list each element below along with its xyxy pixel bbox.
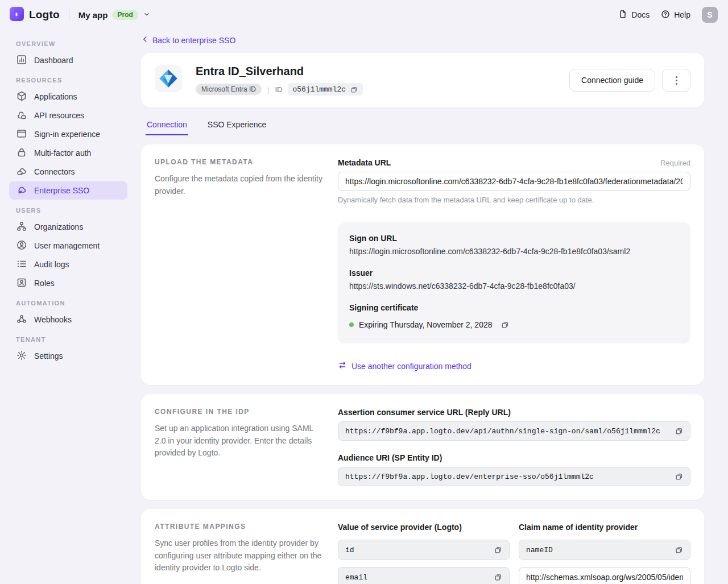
sidebar-item-label: Webhooks — [34, 315, 72, 324]
metadata-section-info: UPLOAD THE METADATA Configure the metada… — [155, 158, 323, 371]
user-circle-icon — [16, 239, 27, 252]
required-indicator: Required — [660, 159, 690, 167]
sidebar: OVERVIEW Dashboard RESOURCES Application… — [0, 30, 136, 584]
sidebar-item-sign-in-experience[interactable]: Sign-in experience — [9, 125, 127, 143]
enterprise-sso-cloud-icon — [16, 184, 27, 197]
page-title: Entra ID_Silverhand — [196, 65, 363, 78]
user-avatar[interactable]: S — [702, 7, 718, 23]
id-label: ID — [275, 85, 282, 94]
copy-icon[interactable] — [491, 542, 506, 557]
mapping-idp-email-input[interactable] — [519, 567, 690, 584]
more-actions-button[interactable] — [662, 69, 690, 92]
section-description: Set up an application integration using … — [155, 423, 323, 459]
connector-header-card: Entra ID_Silverhand Microsoft Entra ID |… — [141, 53, 704, 107]
audience-uri-label: Audience URI (SP Entity ID) — [338, 453, 690, 462]
sign-on-url-label: Sign on URL — [349, 234, 679, 243]
acs-url-field — [338, 421, 690, 441]
sp-column-header: Value of service provider (Logto) — [338, 523, 510, 532]
main-content: Back to enterprise SSO Entra ID_Silverha… — [136, 30, 728, 584]
logto-logo[interactable]: Logto — [9, 6, 60, 23]
connector-id-chip: o56j1lmmml2c — [288, 83, 363, 96]
section-description: Sync user profiles from the identity pro… — [155, 537, 323, 574]
certificate-expiry-text: Expiring Thursday, November 2, 2028 — [359, 320, 493, 329]
section-title: CONFIGURE IN THE IDP — [155, 408, 323, 416]
swap-arrows-icon — [338, 361, 347, 371]
sidebar-item-label: User management — [34, 241, 100, 250]
section-title: ATTRIBUTE MAPPINGS — [155, 523, 323, 531]
acs-url-value — [345, 427, 672, 436]
copy-icon[interactable] — [672, 424, 686, 438]
mapping-sp-id-value — [345, 546, 491, 554]
section-automation: AUTOMATION — [16, 300, 121, 307]
connector-id-value: o56j1lmmml2c — [292, 85, 346, 94]
copy-icon[interactable] — [491, 570, 506, 584]
chevron-down-icon — [143, 10, 151, 20]
sidebar-item-user-management[interactable]: User management — [9, 237, 127, 255]
mapping-idp-nameid-value — [526, 546, 672, 554]
tab-sso-experience[interactable]: SSO Experience — [206, 118, 268, 135]
entra-id-logo — [155, 65, 182, 92]
sidebar-item-label: API resources — [34, 111, 84, 120]
metadata-url-helper: Dynamically fetch data from the metadata… — [338, 196, 690, 204]
back-link-label: Back to enterprise SSO — [152, 36, 235, 45]
sidebar-item-api-resources[interactable]: API resources — [9, 106, 127, 125]
idp-section-form: Assertion consumer service URL (Reply UR… — [338, 408, 690, 486]
sidebar-item-connectors[interactable]: Connectors — [9, 163, 127, 181]
use-another-configuration-label: Use another configuration method — [351, 362, 471, 371]
docs-button[interactable]: Docs — [613, 6, 655, 24]
copy-icon[interactable] — [672, 469, 686, 484]
sidebar-item-enterprise-sso[interactable]: Enterprise SSO — [9, 181, 127, 200]
sidebar-item-label: Organizations — [34, 222, 83, 231]
sidebar-item-applications[interactable]: Applications — [9, 88, 127, 106]
sidebar-item-settings[interactable]: Settings — [9, 347, 127, 365]
section-description: Configure the metadata copied from the i… — [155, 173, 323, 197]
sidebar-item-label: Sign-in experience — [34, 130, 100, 139]
webhook-icon — [16, 313, 27, 326]
tab-bar: Connection SSO Experience — [146, 118, 704, 135]
sidebar-item-label: Roles — [34, 279, 55, 288]
sidebar-item-roles[interactable]: Roles — [9, 274, 127, 292]
metadata-section-form: Metadata URL Required Dynamically fetch … — [338, 158, 690, 371]
lock-icon — [16, 147, 27, 160]
sidebar-item-multi-factor-auth[interactable]: Multi-factor auth — [9, 144, 127, 162]
use-another-configuration-link[interactable]: Use another configuration method — [338, 361, 471, 371]
idp-column-header: Claim name of identity provider — [519, 523, 690, 532]
cube-icon — [16, 90, 27, 103]
env-badge: Prod — [112, 10, 138, 20]
mapping-idp-nameid-field — [519, 540, 690, 560]
app-switcher[interactable]: My app Prod — [78, 10, 151, 20]
mapping-sp-column: Value of service provider (Logto) — [338, 523, 510, 584]
sign-on-url-value: https://login.microsoftonline.com/c63382… — [349, 247, 679, 256]
brand-name: Logto — [29, 9, 60, 21]
sidebar-item-label: Audit logs — [34, 260, 69, 269]
acs-url-label: Assertion consumer service URL (Reply UR… — [338, 408, 690, 417]
metadata-url-input[interactable] — [338, 172, 690, 191]
sidebar-item-organizations[interactable]: Organizations — [9, 218, 127, 236]
copy-icon[interactable] — [498, 317, 512, 332]
copy-icon[interactable] — [672, 542, 686, 557]
sidebar-item-label: Enterprise SSO — [34, 186, 89, 195]
section-overview: OVERVIEW — [16, 40, 121, 47]
docs-label: Docs — [631, 10, 650, 19]
audience-uri-value — [345, 473, 672, 481]
api-resources-icon — [16, 109, 27, 122]
connection-guide-button[interactable]: Connection guide — [569, 69, 655, 92]
attribute-mappings-card: ATTRIBUTE MAPPINGS Sync user profiles fr… — [141, 509, 704, 584]
sidebar-item-label: Multi-factor auth — [34, 148, 91, 158]
audience-uri-field — [338, 467, 690, 486]
back-link[interactable]: Back to enterprise SSO — [141, 35, 235, 45]
copy-icon[interactable] — [349, 85, 358, 94]
help-button[interactable]: Help — [655, 6, 696, 24]
section-tenant: TENANT — [16, 336, 121, 343]
list-icon — [16, 258, 27, 271]
sidebar-item-webhooks[interactable]: Webhooks — [9, 310, 127, 329]
sidebar-item-label: Settings — [34, 351, 63, 361]
sidebar-item-audit-logs[interactable]: Audit logs — [9, 255, 127, 274]
app-name: My app — [78, 10, 108, 20]
sidebar-item-label: Applications — [34, 92, 77, 101]
topbar: Logto My app Prod Docs Help S — [0, 0, 728, 30]
sidebar-item-label: Dashboard — [34, 56, 73, 65]
sidebar-item-dashboard[interactable]: Dashboard — [9, 51, 127, 69]
tab-connection[interactable]: Connection — [146, 118, 188, 135]
mapping-sp-id-field — [338, 540, 510, 560]
